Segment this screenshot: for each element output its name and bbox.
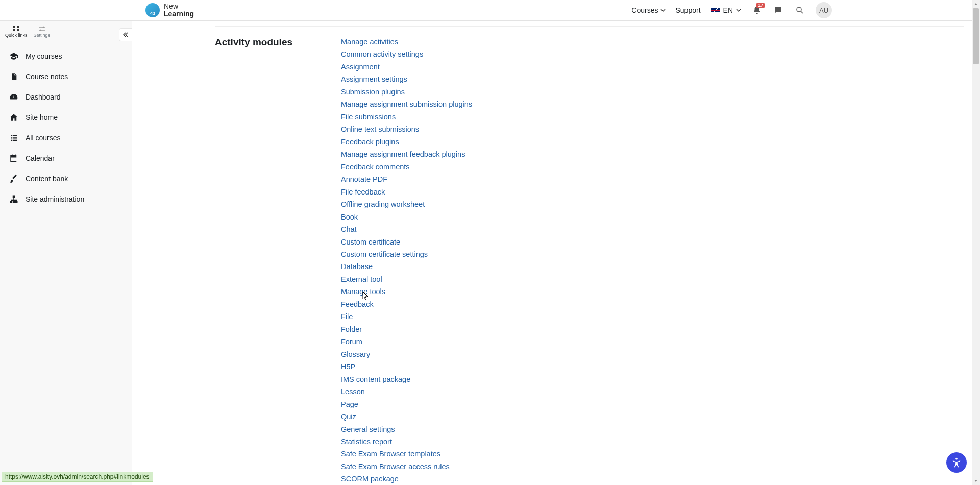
sidebar-item-label: All courses	[26, 134, 60, 142]
sidebar-item-label: Content bank	[26, 175, 68, 183]
logo-line1: New	[164, 3, 194, 10]
admin-link[interactable]: File submissions	[341, 111, 396, 123]
admin-link[interactable]: Feedback comments	[341, 161, 410, 173]
admin-link[interactable]: Feedback plugins	[341, 136, 399, 148]
admin-link[interactable]: General settings	[341, 423, 395, 435]
admin-link[interactable]: Assignment	[341, 61, 380, 73]
notification-badge: 17	[756, 3, 765, 8]
admin-link[interactable]: H5P	[341, 360, 355, 373]
admin-link[interactable]: Custom certificate	[341, 236, 400, 248]
admin-link[interactable]: Manage activities	[341, 36, 398, 48]
sidebar-collapse-button[interactable]	[119, 28, 132, 41]
sidebar-tab-label: Quick links	[5, 33, 28, 38]
scroll-thumb[interactable]	[973, 8, 979, 64]
svg-rect-4	[17, 29, 19, 31]
scroll-down-arrow[interactable]	[972, 477, 980, 485]
gauge-icon	[9, 92, 18, 102]
admin-link[interactable]: Database	[341, 260, 373, 273]
admin-link[interactable]: Book	[341, 211, 358, 223]
admin-link[interactable]: Submission plugins	[341, 86, 405, 98]
admin-link[interactable]: Safe Exam Browser access rules	[341, 460, 450, 473]
scroll-up-arrow[interactable]	[972, 0, 980, 8]
svg-rect-10	[16, 201, 17, 203]
admin-link[interactable]: Custom certificate settings	[341, 248, 428, 260]
chevron-down-icon	[736, 8, 741, 13]
admin-link[interactable]: Statistics report	[341, 435, 392, 448]
sitemap-icon	[9, 195, 18, 204]
admin-link[interactable]: Folder	[341, 323, 362, 335]
sidebar-item-dashboard[interactable]: Dashboard	[0, 87, 132, 107]
logo-text: New Learning	[164, 3, 194, 17]
sidebar-tab-quick-links[interactable]: Quick links	[2, 24, 31, 39]
sidebar-item-site-home[interactable]: Site home	[0, 107, 132, 128]
admin-link[interactable]: Safe Exam Browser templates	[341, 448, 440, 460]
graduation-icon	[9, 52, 18, 61]
admin-link[interactable]: File feedback	[341, 186, 385, 198]
sidebar-item-label: Course notes	[26, 72, 68, 81]
main-content: Activity modules Manage activitiesCommon…	[132, 21, 980, 485]
language-label: EN	[723, 6, 733, 14]
link-tree: Manage activitiesCommon activity setting…	[341, 36, 964, 485]
svg-point-6	[39, 30, 41, 31]
file-icon	[9, 72, 18, 81]
admin-link[interactable]: File	[341, 310, 353, 323]
sidebar-item-label: Calendar	[26, 154, 55, 162]
sidebar-item-content-bank[interactable]: Content bank	[0, 168, 132, 189]
sidebar-item-calendar[interactable]: Calendar	[0, 148, 132, 168]
sidebar-item-course-notes[interactable]: Course notes	[0, 66, 132, 87]
svg-rect-9	[13, 201, 15, 203]
flag-icon	[711, 7, 720, 13]
notifications-button[interactable]: 17	[751, 5, 763, 16]
sidebar-item-label: Site administration	[26, 195, 84, 203]
admin-link[interactable]: Quiz	[341, 410, 356, 423]
admin-link[interactable]: Assignment settings	[341, 73, 407, 85]
brush-icon	[9, 174, 18, 183]
search-button[interactable]	[794, 5, 805, 16]
svg-point-5	[42, 27, 44, 28]
admin-link[interactable]: Lesson	[341, 385, 365, 398]
logo[interactable]: New Learning	[145, 3, 194, 17]
user-avatar[interactable]: AU	[816, 2, 832, 18]
accessibility-button[interactable]	[946, 452, 967, 473]
admin-link[interactable]: Offline grading worksheet	[341, 198, 425, 210]
admin-link[interactable]: Page	[341, 398, 358, 410]
sidebar-item-all-courses[interactable]: All courses	[0, 128, 132, 148]
svg-point-0	[797, 7, 801, 12]
grid-icon	[12, 25, 21, 32]
sidebar-tab-settings[interactable]: Settings	[31, 24, 54, 39]
admin-link[interactable]: IMS content package	[341, 373, 410, 385]
sidebar-item-my-courses[interactable]: My courses	[0, 46, 132, 66]
admin-link[interactable]: Online text submissions	[341, 123, 419, 135]
content-section: Activity modules Manage activitiesCommon…	[215, 26, 964, 485]
admin-link[interactable]: Feedback	[341, 298, 374, 310]
admin-link[interactable]: Manage assignment feedback plugins	[341, 148, 465, 160]
admin-link[interactable]: SCORM package	[341, 473, 399, 485]
admin-link[interactable]: Manage assignment submission plugins	[341, 98, 472, 110]
admin-link[interactable]: External tool	[341, 273, 382, 285]
logo-icon	[145, 3, 160, 17]
messages-button[interactable]	[773, 5, 784, 16]
admin-link[interactable]: Chat	[341, 223, 357, 235]
sidebar-tabs: Quick links Settings	[0, 21, 132, 39]
chevron-left-double-icon	[122, 32, 129, 38]
admin-link[interactable]: Common activity settings	[341, 48, 423, 60]
svg-rect-2	[17, 26, 19, 28]
nav-support[interactable]: Support	[676, 6, 701, 14]
sliders-icon	[37, 25, 46, 32]
logo-line2: Learning	[164, 10, 194, 18]
chat-icon	[774, 6, 783, 15]
admin-link[interactable]: Forum	[341, 335, 362, 348]
admin-link[interactable]: Manage tools	[341, 285, 385, 298]
admin-link[interactable]: Glossary	[341, 348, 370, 360]
admin-link[interactable]: Annotate PDF	[341, 173, 387, 185]
svg-rect-7	[13, 196, 15, 197]
sidebar-item-site-administration[interactable]: Site administration	[0, 189, 132, 209]
scrollbar[interactable]	[972, 0, 980, 485]
nav-courses[interactable]: Courses	[631, 6, 665, 14]
calendar-icon	[9, 154, 18, 163]
header: New Learning Courses Support EN 17 AU	[0, 0, 980, 21]
header-right: Courses Support EN 17 AU	[631, 2, 832, 18]
language-selector[interactable]: EN	[711, 6, 741, 14]
svg-rect-8	[10, 201, 12, 203]
search-icon	[795, 6, 804, 15]
